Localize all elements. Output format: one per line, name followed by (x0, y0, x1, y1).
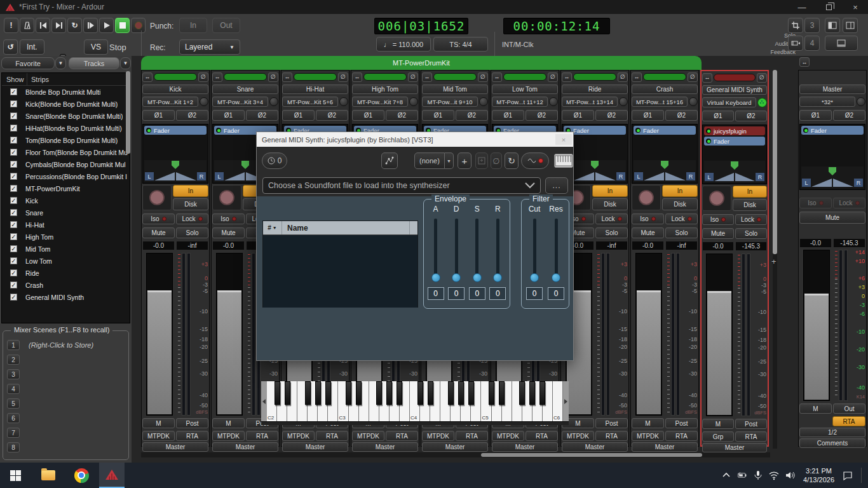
peak-display[interactable]: -145.3 (833, 238, 865, 248)
output-button[interactable]: Master (352, 442, 418, 452)
pan-widget[interactable]: LR (801, 166, 864, 188)
strip-width-button[interactable]: ↔ (212, 72, 222, 82)
strip-list-row[interactable]: ✓Cymbals(Blonde Bop Drumkit Mul (2, 158, 130, 170)
rta-button[interactable]: RTA (832, 416, 865, 426)
piano-black-key[interactable] (539, 381, 545, 405)
gain-display[interactable]: -0.0 (212, 241, 245, 250)
plugin-keyboard-icon[interactable] (554, 154, 573, 168)
rta-button[interactable]: RTA (735, 431, 767, 442)
add-strip-button[interactable]: + (771, 257, 779, 266)
checkbox[interactable]: ✓ (10, 125, 17, 132)
piano-black-key[interactable] (519, 381, 525, 405)
mixer-scene-button-1[interactable]: 1 (7, 340, 20, 350)
filter-value-cut[interactable]: 0 (526, 287, 543, 300)
strip-name-button[interactable]: General MIDI Synth (702, 85, 767, 95)
strip-name-button[interactable]: Hi-Hat (282, 85, 348, 94)
rta-button[interactable]: RTA (316, 431, 348, 441)
phase-2-button[interactable]: Ø2 (735, 111, 767, 121)
mixer-strip-master[interactable]: Master*32*Ø1Ø2FaderLRIsoLockMute-0.0-145… (798, 70, 867, 447)
metering-point-button[interactable]: M (142, 418, 175, 428)
piano-black-key[interactable] (458, 381, 464, 405)
processor-fader[interactable]: Fader (801, 126, 864, 135)
group-button[interactable]: MTPDK (562, 431, 594, 441)
preset-dropdown-arrow[interactable]: ▼ (445, 152, 454, 169)
add-preset-button[interactable]: + (458, 152, 471, 169)
input-button[interactable]: MT-Pow...t 15+16 (632, 97, 688, 107)
group-button[interactable]: MTPDK (492, 431, 524, 441)
processor-box[interactable]: FaderLR (799, 124, 865, 190)
group-button[interactable]: MTPDK (282, 431, 315, 441)
strip-width-button[interactable]: ↔ (142, 72, 153, 82)
metering-point-button[interactable]: M (212, 418, 245, 428)
pan-knob[interactable] (829, 167, 836, 175)
strip-name-button[interactable]: Mid Tom (422, 85, 488, 94)
strip-name-button[interactable]: Kick (142, 85, 208, 94)
strip-list-row[interactable]: ✓General MIDI Synth (2, 291, 130, 303)
solo-button[interactable]: Solo (665, 227, 698, 238)
strip-hide-button[interactable]: ∅ (338, 72, 348, 82)
mute-button[interactable]: Mute (799, 212, 865, 224)
piano-black-key[interactable] (529, 381, 535, 405)
record-mode-dropdown[interactable]: Layered▼ (179, 39, 240, 55)
slider-knob[interactable] (552, 273, 560, 282)
strip-width-button[interactable]: ↔ (632, 72, 642, 82)
primary-clock[interactable]: 006|03|1652 (374, 18, 468, 34)
strip-list-row[interactable]: ✓Crash (2, 279, 130, 291)
processor-box[interactable]: FaderLR (142, 124, 208, 184)
processor-box[interactable]: juicysfpluginFaderLR (702, 125, 767, 184)
piano-black-key[interactable] (417, 381, 423, 405)
phase-1-button[interactable]: Ø1 (632, 110, 664, 121)
checkbox[interactable]: ✓ (10, 197, 17, 204)
punch-in-button[interactable]: In (179, 18, 207, 33)
strip-width-button[interactable]: ↔ (282, 72, 292, 82)
mute-button[interactable]: Mute (632, 227, 664, 238)
chrome-icon[interactable] (69, 463, 94, 488)
strip-list-row[interactable]: ✓Snare(Blonde Bop Drumkit Multi) (2, 110, 130, 122)
midi-panic-button[interactable]: ! (4, 18, 18, 33)
record-arm-button[interactable] (709, 191, 724, 206)
mixer-horizontal-scrollbar[interactable] (141, 452, 770, 458)
gain-display[interactable]: -0.0 (142, 241, 175, 250)
processor-juicysfplugin[interactable]: juicysfplugin (704, 126, 765, 135)
peak-display[interactable]: -145.3 (735, 241, 767, 251)
solo-isolate-button[interactable]: Iso (632, 214, 664, 224)
phase-2-button[interactable]: Ø2 (176, 110, 208, 121)
checkbox[interactable]: ✓ (10, 294, 17, 301)
strip-hide-button[interactable]: ∅ (688, 72, 698, 82)
strip-name-button[interactable]: Snare (212, 85, 278, 94)
strip-hide-button[interactable]: ∅ (408, 72, 418, 82)
group-button[interactable]: MTPDK (142, 431, 175, 441)
monitor-disk-button[interactable]: Disk (733, 199, 767, 211)
checkbox[interactable]: ✓ (10, 137, 17, 144)
strip-name-button[interactable]: Crash (632, 85, 698, 94)
checkbox[interactable]: ✓ (10, 257, 17, 264)
punch-out-button[interactable]: Out (212, 18, 240, 33)
solo-button[interactable]: Solo (595, 227, 628, 238)
strip-list-row[interactable]: ✓MT-PowerDrumKit (2, 182, 130, 194)
solo-isolate-button[interactable]: Iso (142, 214, 175, 224)
reset-button[interactable]: ↻ (505, 152, 519, 169)
monitor-disk-button[interactable]: Disk (592, 198, 628, 210)
editor-window-button[interactable] (788, 18, 803, 33)
group-button[interactable]: MTPDK (212, 431, 245, 441)
gain-display[interactable]: -0.0 (632, 241, 664, 250)
solo-lock-button[interactable]: Lock (595, 214, 628, 224)
bypass-button[interactable] (521, 152, 549, 169)
rta-button[interactable]: RTA (176, 431, 208, 441)
num-column-header[interactable]: #▼ (263, 221, 282, 234)
plugin-title-bar[interactable]: General MIDI Synth: juicysfplugin (by Bi… (257, 132, 573, 147)
filter-slider-cut[interactable] (533, 219, 536, 280)
tempo-button[interactable]: ♩ = 110.000 (376, 37, 431, 51)
favorite-dropdown-arrow[interactable]: ▼ (55, 57, 66, 69)
pan-knob[interactable] (241, 161, 249, 169)
peak-display[interactable]: -inf (665, 241, 698, 250)
record-button[interactable] (131, 18, 146, 33)
minimize-button[interactable]: — (789, 0, 815, 14)
fader-position-button[interactable]: Post (595, 418, 628, 428)
checkbox[interactable]: ✓ (10, 161, 17, 168)
phase-2-button[interactable]: Ø2 (665, 110, 698, 121)
output-button[interactable]: Master (492, 442, 558, 452)
processor-fader[interactable]: Fader (704, 137, 765, 146)
strip-hide-button[interactable]: ∅ (548, 72, 558, 82)
record-arm-button[interactable] (639, 190, 654, 205)
